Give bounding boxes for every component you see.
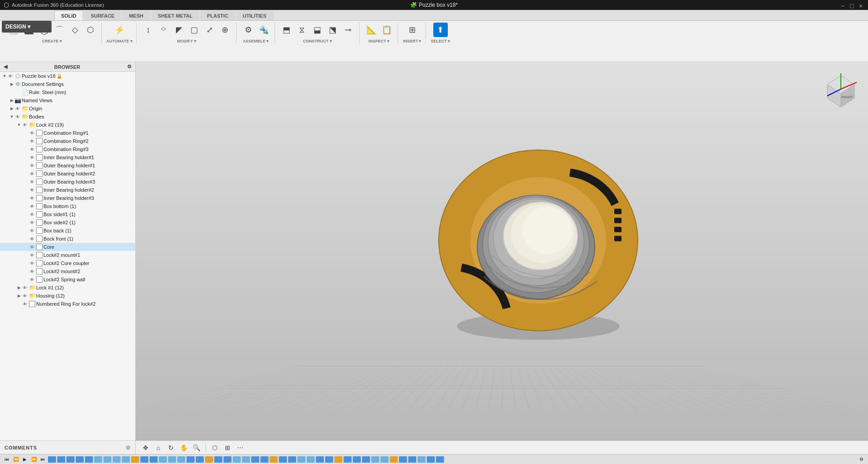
zoom-tool-btn[interactable]: 🔍: [191, 442, 202, 453]
shell-tool[interactable]: ▢: [187, 23, 202, 37]
tree-outer-bear2[interactable]: ▶ 👁 Outer Bearing holder#2: [0, 170, 135, 178]
tree-box-side1[interactable]: ▶ 👁 Box side#1 (1): [0, 210, 135, 218]
visibility-numbered-ring[interactable]: 👁: [22, 301, 28, 307]
close-button[interactable]: ×: [859, 2, 864, 8]
visibility-lock2-mount[interactable]: 👁: [29, 252, 35, 258]
measure-tool[interactable]: 📐: [364, 23, 379, 37]
tree-lock2-spring[interactable]: ▶ 👁 Lock#2 Spring wall: [0, 275, 135, 284]
tree-box-side2[interactable]: ▶ 👁 Box side#2 (1): [0, 218, 135, 227]
visibility-housing[interactable]: 👁: [22, 293, 28, 299]
cursor-tool-btn[interactable]: ✥: [140, 442, 151, 453]
tree-core[interactable]: ▶ 👁 Core: [0, 243, 135, 251]
visibility-inner-bear3[interactable]: 👁: [29, 195, 35, 201]
tree-inner-bear2[interactable]: ▶ 👁 Inner Bearing holder#2: [0, 186, 135, 194]
browser-settings-icon[interactable]: ⚙: [127, 64, 132, 70]
visibility-outer-bear3[interactable]: 👁: [29, 179, 35, 185]
browser-collapse-icon[interactable]: ◀: [4, 64, 7, 70]
tree-lock1[interactable]: ▶ 👁 📁 Lock #1 (12): [0, 284, 135, 292]
display-tool-btn[interactable]: ⬡: [209, 442, 220, 453]
timeline-settings-btn[interactable]: ⚙: [857, 455, 865, 464]
automate-tool[interactable]: ⚡: [112, 23, 127, 37]
visibility-lock2[interactable]: 👁: [22, 122, 28, 128]
visibility-bock-front[interactable]: 👁: [29, 236, 35, 242]
visibility-bodies[interactable]: 👁: [14, 114, 21, 120]
visibility-box-bottom[interactable]: 👁: [29, 203, 35, 209]
tab-surface[interactable]: SURFACE: [84, 10, 122, 20]
timeline-next-btn[interactable]: ⏩: [30, 455, 38, 464]
minimize-button[interactable]: −: [841, 2, 846, 8]
offset-plane-tool[interactable]: ⬒: [280, 23, 294, 37]
visibility-combo1[interactable]: 👁: [29, 130, 35, 136]
tree-outer-bear1[interactable]: ▶ 👁 Outer Bearing holder#1: [0, 161, 135, 170]
tree-lock2-coupler[interactable]: ▶ 👁 Lock#2 Core coupler: [0, 259, 135, 267]
tree-rule[interactable]: ▶ 📄 Rule: Steel (mm): [0, 88, 135, 96]
tree-doc-settings[interactable]: ▶ ⚙ Document Settings: [0, 80, 135, 88]
tangent-plane-tool[interactable]: ⬓: [310, 23, 325, 37]
insert-tool[interactable]: ⊞: [405, 23, 419, 37]
tree-lock2-mount2[interactable]: ▶ 👁 Lock#2 mount#2: [0, 267, 135, 275]
orbit-tool-btn[interactable]: ↻: [166, 442, 176, 453]
visibility-lock2-mount2[interactable]: 👁: [29, 268, 35, 275]
design-button[interactable]: DESIGN ▾: [2, 21, 52, 33]
tree-root[interactable]: ▼ 👁 ⬡ Puzzle box v18 🔒: [0, 72, 135, 80]
timeline-end-btn[interactable]: ⏭: [39, 455, 47, 464]
select-tool[interactable]: ⬆: [433, 23, 448, 37]
tree-inner-bear3[interactable]: ▶ 👁 Inner Bearing holder#3: [0, 194, 135, 202]
scale-tool[interactable]: ⤢: [203, 23, 217, 37]
visibility-inner-bear1[interactable]: 👁: [29, 154, 35, 161]
chamfer-tool[interactable]: ◤: [172, 23, 186, 37]
tree-inner-bear1[interactable]: ▶ 👁 Inner Bearing holder#1: [0, 153, 135, 161]
3d-model[interactable]: [421, 132, 656, 367]
tab-mesh[interactable]: MESH: [122, 10, 150, 20]
visibility-origin[interactable]: 👁: [14, 105, 21, 112]
tree-origin[interactable]: ▶ 👁 📁 Origin: [0, 104, 135, 113]
angle-plane-tool[interactable]: ⧖: [295, 23, 309, 37]
maximize-button[interactable]: □: [850, 2, 855, 8]
tree-outer-bear3[interactable]: ▶ 👁 Outer Bearing holder#3: [0, 178, 135, 186]
visibility-combo2[interactable]: 👁: [29, 138, 35, 144]
tree-combo2[interactable]: ▶ 👁 Combination Ring#2: [0, 137, 135, 145]
visibility-lock2-coupler[interactable]: 👁: [29, 260, 35, 266]
visibility-lock2-spring[interactable]: 👁: [29, 276, 35, 283]
timeline-play-btn[interactable]: ▶: [21, 455, 29, 464]
tree-lock2-mount[interactable]: ▶ 👁 Lock#2 mount#1: [0, 251, 135, 259]
tree-housing[interactable]: ▶ 👁 📁 Housing (12): [0, 292, 135, 300]
visibility-box-side1[interactable]: 👁: [29, 211, 35, 218]
expand-lock2[interactable]: ▼: [16, 122, 22, 128]
new-joint-tool[interactable]: ⚙: [241, 23, 256, 37]
visibility-outer-bear1[interactable]: 👁: [29, 162, 35, 169]
tree-combo1[interactable]: ▶ 👁 Combination Ring#1: [0, 129, 135, 137]
expand-origin[interactable]: ▶: [9, 106, 14, 111]
timeline-start-btn[interactable]: ⏮: [3, 455, 11, 464]
tree-bodies[interactable]: ▼ 👁 📁 Bodies: [0, 113, 135, 121]
comments-toggle[interactable]: ⚙: [126, 445, 131, 451]
expand-lock1[interactable]: ▶: [16, 285, 22, 290]
expand-doc-settings[interactable]: ▶: [9, 81, 14, 87]
tree-bock-front[interactable]: ▶ 👁 Bock front (1): [0, 235, 135, 243]
midplane-tool[interactable]: ⬔: [326, 23, 340, 37]
visibility-core[interactable]: 👁: [29, 244, 35, 250]
expand-housing[interactable]: ▶: [16, 293, 22, 298]
tab-utilities[interactable]: UTILITIES: [236, 10, 273, 20]
viewport[interactable]: RIGHT: [136, 62, 868, 446]
as-built-tool[interactable]: 🔩: [256, 23, 271, 37]
expand-root[interactable]: ▼: [2, 73, 7, 79]
tree-combo3[interactable]: ▶ 👁 Combination Ring#3: [0, 145, 135, 153]
fillet-tool[interactable]: ⌔: [157, 23, 171, 37]
tab-solid[interactable]: SOLID: [54, 10, 83, 20]
home-tool-btn[interactable]: ⌂: [153, 442, 164, 453]
more-create-tool[interactable]: ⬡: [83, 23, 98, 37]
more-tool-btn[interactable]: ⋯: [235, 442, 246, 453]
axis-tool[interactable]: ⊸: [341, 23, 356, 37]
tab-sheet-metal[interactable]: SHEET METAL: [151, 10, 199, 20]
visibility-root[interactable]: 👁: [7, 73, 14, 79]
expand-named-views[interactable]: ▶: [9, 98, 14, 103]
tab-plastic[interactable]: PLASTIC: [200, 10, 235, 20]
loft-tool[interactable]: ◇: [68, 23, 82, 37]
visibility-combo3[interactable]: 👁: [29, 146, 35, 152]
tree-named-views[interactable]: ▶ 📷 Named Views: [0, 96, 135, 104]
sweep-tool[interactable]: ⌒: [52, 23, 67, 37]
visibility-box-side2[interactable]: 👁: [29, 219, 35, 226]
expand-bodies[interactable]: ▼: [9, 114, 14, 119]
pan-tool-btn[interactable]: ✋: [178, 442, 189, 453]
